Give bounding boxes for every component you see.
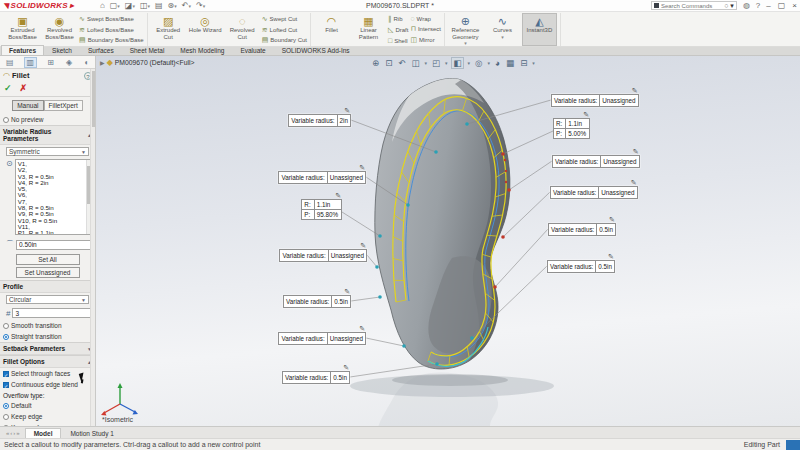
no-preview-row[interactable]: No preview: [0, 114, 95, 125]
callout-variable-radius-unassigned[interactable]: ✎ Variable radius: Unassigned: [552, 155, 640, 168]
r-value[interactable]: 1.1in: [315, 200, 341, 210]
callout-value[interactable]: Unassigned: [598, 187, 636, 198]
tree-expand-icon[interactable]: ▶: [100, 59, 105, 66]
extruded-boss-base-button[interactable]: ▣ Extruded Boss/Base: [5, 13, 40, 46]
callout-variable-radius-05in[interactable]: ✎ Variable radius: 0.5in: [547, 260, 615, 273]
panel-scrollbar[interactable]: [90, 69, 95, 426]
variable-radius-parameters-header[interactable]: Variable Radius Parameters ▲: [0, 125, 95, 145]
redo-icon[interactable]: ↷▾: [196, 1, 205, 10]
shell-button[interactable]: □Shell: [388, 37, 408, 44]
overflow-keep-surface-row[interactable]: Keep surface: [0, 422, 95, 426]
close-button[interactable]: ×: [792, 1, 797, 10]
symmetric-dropdown[interactable]: Symmetric ▼: [6, 147, 89, 156]
part-tree-node[interactable]: PM009670 (Default)<Full>: [115, 59, 195, 66]
p-value[interactable]: 95.80%: [315, 210, 341, 219]
fillet-button[interactable]: ◠ Fillet: [314, 13, 349, 46]
overflow-default-radio[interactable]: [3, 403, 9, 409]
edit-pencil-icon[interactable]: ✎: [343, 364, 349, 372]
apply-scene-icon[interactable]: ▦: [505, 58, 515, 68]
profile-header[interactable]: Profile: [0, 280, 95, 293]
resources-icon[interactable]: ◍: [743, 1, 750, 10]
reference-geometry-button[interactable]: ⊕ Reference Geometry ▾: [448, 13, 483, 46]
r-value[interactable]: 1.1in: [566, 119, 589, 129]
hole-wizard-button[interactable]: ◎ Hole Wizard: [188, 13, 223, 46]
setback-parameters-header[interactable]: Setback Parameters ▼: [0, 342, 95, 355]
linear-pattern-button[interactable]: ▦ Linear Pattern: [351, 13, 386, 46]
search-icon[interactable]: ○: [724, 2, 728, 9]
select-through-faces-checkbox[interactable]: ✓: [3, 371, 9, 377]
open-file-icon[interactable]: ◪▾: [125, 1, 135, 10]
callout-radius-percent-right[interactable]: ✎ R: 1.1in P: 5.00%: [553, 118, 590, 139]
tab-sheet-metal[interactable]: Sheet Metal: [122, 45, 173, 55]
variable-radius-list[interactable]: V1, V2, V3, R = 0.5in V4, R = 2in V5, V6…: [15, 159, 91, 235]
swept-cut-button[interactable]: ∿Swept Cut: [262, 15, 307, 23]
callout-variable-radius-2in[interactable]: ✎ Variable radius: 2in: [288, 114, 351, 127]
new-file-icon[interactable]: ▢▾: [110, 1, 120, 10]
filletxpert-mode-button[interactable]: FilletXpert: [44, 100, 83, 111]
profile-dropdown[interactable]: Circular ▼: [6, 295, 89, 304]
set-unassigned-button[interactable]: Set Unassigned: [16, 267, 80, 278]
graphics-area[interactable]: ▶ ◆ PM009670 (Default)<Full> ⊕ ⊡ ↶ ◫▾ ◰▾…: [96, 56, 800, 426]
instant3d-button[interactable]: ◭ Instant3D: [522, 13, 557, 46]
callout-variable-radius-unassigned[interactable]: ✎ Variable radius: Unassigned: [279, 249, 367, 262]
edit-pencil-icon[interactable]: ✎: [359, 325, 365, 333]
dimxpertmanager-tab-icon[interactable]: ◈: [64, 58, 74, 67]
edit-pencil-icon[interactable]: ✎: [359, 164, 365, 172]
search-input[interactable]: [661, 3, 722, 9]
configurationmanager-tab-icon[interactable]: ⊞: [45, 58, 56, 67]
zoom-to-fit-icon[interactable]: ⊕: [371, 58, 380, 68]
intersect-button[interactable]: ⊓Intersect: [410, 25, 440, 33]
set-all-button[interactable]: Set All: [16, 254, 80, 265]
callout-variable-radius-unassigned[interactable]: ✎ Variable radius: Unassigned: [278, 171, 366, 184]
flyout-feature-tree[interactable]: ▶ ◆ PM009670 (Default)<Full>: [100, 58, 195, 67]
model-scene[interactable]: [96, 56, 800, 426]
options-gear-icon[interactable]: ⊛▾: [168, 1, 177, 10]
overflow-keep-edge-radio[interactable]: [3, 414, 9, 420]
revolved-cut-button[interactable]: ◌ Revolved Cut: [225, 13, 260, 46]
edit-pencil-icon[interactable]: ✎: [344, 107, 350, 115]
revolved-boss-base-button[interactable]: ◉ Revolved Boss/Base: [42, 13, 77, 46]
tab-solidworks-add-ins[interactable]: SOLIDWORKS Add-Ins: [274, 45, 358, 55]
maximize-button[interactable]: ▢: [778, 1, 786, 10]
ok-checkmark-button[interactable]: ✓: [4, 83, 12, 93]
minimize-button[interactable]: –: [766, 1, 770, 10]
section-view-icon[interactable]: ◫: [410, 58, 420, 68]
print-icon[interactable]: ▤: [155, 1, 163, 10]
hide-show-items-icon[interactable]: ◎: [474, 58, 483, 68]
motion-study-tab[interactable]: Motion Study 1: [61, 428, 122, 438]
tab-mesh-modeling[interactable]: Mesh Modeling: [172, 45, 232, 55]
search-commands-box[interactable]: ○ ▾: [651, 1, 737, 10]
edit-pencil-icon[interactable]: ✎: [344, 288, 350, 296]
overflow-keep-edge-row[interactable]: Keep edge: [0, 411, 95, 422]
callout-radius-percent-left[interactable]: ✎ R: 1.1in P: 95.80%: [301, 199, 342, 220]
undo-icon[interactable]: ↶▾: [182, 1, 191, 10]
tab-features[interactable]: Features: [1, 45, 44, 55]
tab-scroll-arrows[interactable]: «‹›»: [2, 430, 25, 436]
edit-pencil-icon[interactable]: ✎: [609, 216, 615, 224]
callout-value[interactable]: Unassigned: [328, 250, 366, 261]
list-item[interactable]: P1, R = 1.1in: [18, 230, 84, 235]
callout-variable-radius-unassigned[interactable]: ✎ Variable radius: Unassigned: [550, 186, 638, 199]
zoom-to-area-icon[interactable]: ⊡: [384, 58, 393, 68]
tab-evaluate[interactable]: Evaluate: [232, 45, 273, 55]
search-caret-icon[interactable]: ▾: [730, 2, 734, 10]
edit-pencil-icon[interactable]: ✎: [583, 111, 589, 119]
callout-value[interactable]: 0.5in: [331, 296, 350, 307]
callout-variable-radius-05in[interactable]: ✎ Variable radius: 0.5in: [282, 371, 350, 384]
view-orientation-icon[interactable]: ◰: [431, 58, 441, 68]
edit-pencil-icon[interactable]: ✎: [608, 253, 614, 261]
callout-value[interactable]: Unassigned: [327, 172, 365, 183]
edit-pencil-icon[interactable]: ✎: [360, 242, 366, 250]
smooth-transition-radio[interactable]: [3, 323, 9, 329]
featuremanager-tab-icon[interactable]: ▤: [4, 58, 16, 67]
callout-variable-radius-05in[interactable]: ✎ Variable radius: 0.5in: [548, 223, 616, 236]
view-settings-icon[interactable]: ⊟: [519, 58, 528, 68]
home-icon[interactable]: ⌂: [100, 1, 105, 10]
mirror-button[interactable]: ◫Mirror: [410, 36, 440, 44]
overflow-default-row[interactable]: Default: [0, 400, 95, 411]
smooth-transition-row[interactable]: Smooth transition: [0, 320, 95, 331]
save-icon[interactable]: ◫▾: [140, 1, 150, 10]
model-tab[interactable]: Model: [25, 428, 62, 438]
lofted-cut-button[interactable]: ≋Lofted Cut: [262, 26, 307, 34]
swept-boss-base-button[interactable]: ∿Swept Boss/Base: [79, 15, 144, 23]
